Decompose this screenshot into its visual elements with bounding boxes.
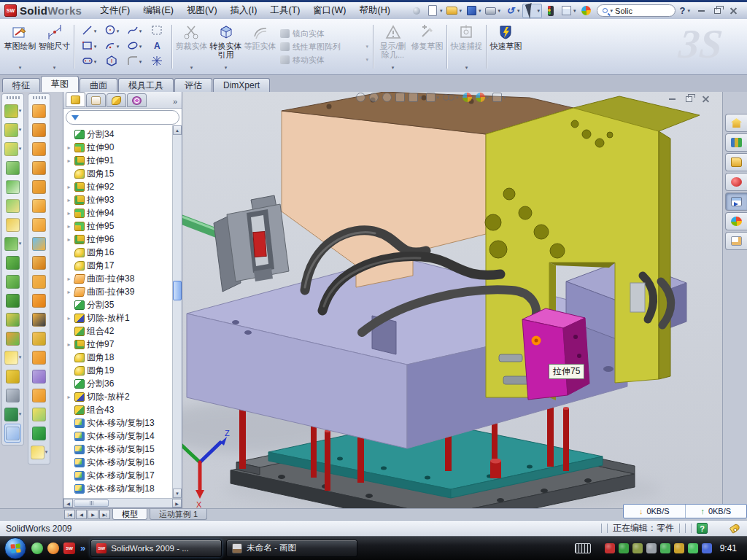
apply-scene-button[interactable]: ▾ [476,93,489,102]
horizontal-scroll-thumb[interactable] [74,499,109,507]
apply-scene-dropdown-icon[interactable]: ▾ [487,95,489,101]
task-button-0[interactable]: SWSolidWorks 2009 - ... [90,540,222,557]
boundary-surface-button[interactable] [32,177,46,196]
arc-dropdown-icon[interactable]: ▾ [117,44,120,50]
tab-2[interactable]: 曲面 [80,78,117,92]
tree-item-move-copy-25[interactable]: 实体-移动/复制16 [63,456,182,469]
sketch-dropdown-icon[interactable]: ▾ [19,65,22,72]
tree-item-fillet-10[interactable]: 圆角17 [63,259,182,272]
scroll-down-button[interactable]: ▼ [173,489,182,498]
tree-item-fillet-18[interactable]: 圆角19 [63,364,182,377]
point-button[interactable] [6,367,20,386]
move-copy-body-button[interactable] [6,329,20,348]
tree-item-extrude-16[interactable]: ▸拉伸97 [63,338,182,351]
expand-icon[interactable]: ▸ [66,394,72,400]
mirror-button[interactable] [6,253,20,272]
propertymanager-tab[interactable] [86,93,106,107]
elbow-surface-button[interactable] [32,291,46,310]
pin-button[interactable] [409,4,425,18]
antivirus-tray-icon[interactable] [605,543,615,553]
thicken-button[interactable] [32,424,46,443]
point-tool[interactable] [146,55,168,70]
measure-button[interactable] [4,424,21,443]
swept-surface-button[interactable] [32,139,46,158]
view-palette-tab[interactable] [725,192,747,211]
model-tab-0[interactable]: 模型 [112,509,147,520]
tree-item-surface-11[interactable]: ▸曲面-拉伸38 [63,272,182,285]
expand-icon[interactable]: ▸ [66,197,72,203]
spline-tool[interactable]: ▾ [123,24,145,39]
tree-item-loft-cut-14[interactable]: ▸切除-放样1 [63,311,182,324]
trim-surface-button[interactable] [32,367,46,386]
new-document-button[interactable]: ▾ [425,4,444,18]
text-tool[interactable]: A [146,39,168,55]
menu-item-6[interactable]: 帮助(H) [352,2,396,19]
save-button[interactable]: ▾ [464,4,483,18]
scroll-up-button[interactable]: ▲ [173,125,182,135]
reference-geometry-button[interactable]: ▾ [4,348,22,367]
tab-scroll-button-0[interactable]: |◀ [64,510,75,519]
fillet-button[interactable]: ▾ [4,139,22,158]
minimize-button[interactable] [696,6,706,15]
revolved-surface-button[interactable] [32,120,46,139]
linear-pattern-dropdown-icon[interactable]: ▾ [19,241,22,246]
offset-entities-button[interactable]: 等距实体 [243,21,277,72]
line-tool[interactable]: ▾ [78,24,100,39]
repair-sketch-button[interactable]: 修复草图 [410,21,444,72]
tree-item-loft-cut-20[interactable]: ▸切除-放样2 [63,390,182,403]
clock[interactable]: 9:41 [720,543,737,553]
select-button[interactable]: ▾ [522,4,543,18]
custom-properties-tab[interactable] [725,232,747,250]
expand-icon[interactable]: ▸ [66,210,72,217]
tag-icon[interactable] [729,523,741,534]
view-orientation-button[interactable]: ▾ [409,93,422,102]
menu-item-1[interactable]: 编辑(E) [136,2,180,19]
quick-snaps-button[interactable]: 快速捕捉▾ [449,21,484,72]
help-button[interactable]: ? [680,5,686,16]
curve-dropdown-icon[interactable]: ▾ [19,411,22,417]
sync-tool-tray-icon[interactable] [702,543,712,553]
update-manager-tray-icon[interactable] [632,543,643,553]
linear-sketch-pattern-button[interactable]: 线性草图阵列▾ [280,42,371,52]
spline-dropdown-icon[interactable]: ▾ [139,28,142,34]
save-dropdown-icon[interactable]: ▾ [479,8,481,14]
sketch-button[interactable]: 草图绘制▾ [3,21,37,72]
replace-face-button[interactable] [32,329,46,348]
tab-scroll-button-2[interactable]: ▶ [88,510,98,519]
menu-item-2[interactable]: 视图(V) [180,2,224,19]
rectangle-tool[interactable]: ▾ [78,39,100,55]
expand-icon[interactable]: ▸ [66,158,72,164]
tree-item-fillet-9[interactable]: 圆角16 [63,246,182,259]
tree-item-fillet-17[interactable]: 圆角18 [63,351,182,364]
tab-4[interactable]: 评估 [174,78,212,92]
tree-item-move-copy-22[interactable]: 实体-移动/复制13 [63,416,182,429]
previous-view-button[interactable] [382,93,392,102]
tab-scroll-button-1[interactable]: ◀ [76,510,87,519]
tree-item-extrude-thin-6[interactable]: ▸拉伸94 [63,206,182,219]
trim-entities-button[interactable]: 剪裁实体▾ [174,21,209,72]
solidworks-quick-launch-icon[interactable]: SW [63,542,75,554]
tab-1[interactable]: 草图 [41,76,79,92]
start-button[interactable] [4,537,26,559]
display-delete-relations-button[interactable]: 显示/删除几...▾ [376,21,410,72]
wrap-button[interactable] [6,215,20,234]
expand-icon[interactable]: ▸ [66,236,72,243]
tree-item-extrude-4[interactable]: ▸拉伸92 [63,180,182,193]
shell-button[interactable] [6,196,20,215]
tab-3[interactable]: 模具工具 [118,78,174,92]
dimxpertmanager-tab[interactable] [127,93,147,107]
tab-0[interactable]: 特征 [2,78,40,92]
section-view-button[interactable] [395,93,405,102]
options-dropdown-icon[interactable]: ▾ [573,8,576,14]
polygon-tool[interactable] [101,55,123,70]
edit-appearance-button[interactable] [462,93,472,102]
display-style-button[interactable]: ▾ [426,93,440,102]
tree-tabs-expand-icon[interactable]: » [173,97,179,107]
display-style-dropdown-icon[interactable]: ▾ [437,95,440,101]
tree-item-move-copy-26[interactable]: 实体-移动/复制17 [63,469,182,482]
menu-item-3[interactable]: 插入(I) [224,2,264,19]
menu-item-0[interactable]: 文件(F) [93,2,136,19]
document-minimize-button[interactable] [667,94,677,104]
appearance-button[interactable] [578,4,594,18]
view-settings-dropdown-icon[interactable]: ▾ [503,95,506,101]
